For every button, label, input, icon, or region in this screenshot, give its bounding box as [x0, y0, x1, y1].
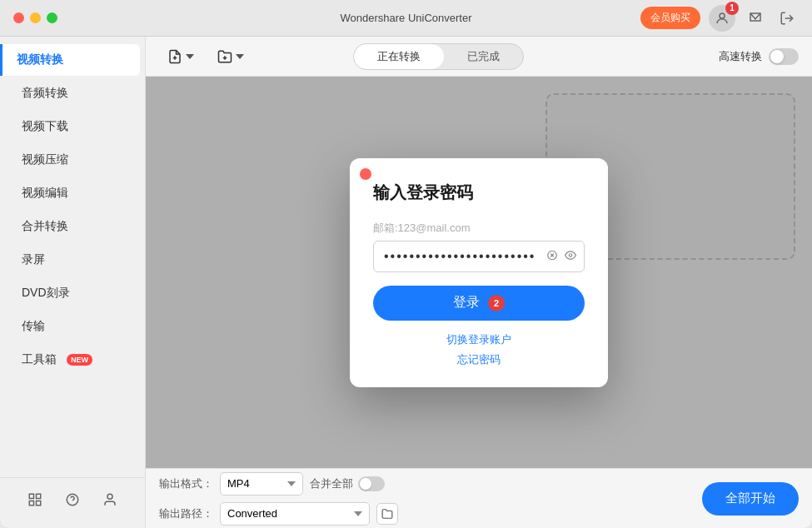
password-field-wrap	[373, 241, 585, 272]
sidebar-item-toolbox[interactable]: 工具箱 NEW	[5, 344, 140, 376]
sidebar-item-video-convert[interactable]: 视频转换	[0, 44, 140, 76]
main-content: 输入登录密码 邮箱:123@mail.com	[146, 77, 812, 468]
maximize-traffic-light[interactable]	[47, 12, 57, 23]
sidebar-label-screen-record: 录屏	[22, 252, 45, 267]
svg-point-16	[569, 253, 572, 257]
email-label: 邮箱:123@mail.com	[373, 221, 585, 236]
sidebar-label-merge-convert: 合并转换	[22, 219, 68, 234]
vip-button[interactable]: 会员购买	[640, 7, 700, 29]
avatar-badge: 1	[725, 2, 739, 15]
sidebar-bottom	[0, 477, 145, 521]
tab-completed[interactable]: 已完成	[444, 44, 523, 69]
toolbar: 正在转换 已完成 高速转换	[146, 37, 812, 77]
forgot-password-link[interactable]: 忘记密码	[373, 352, 585, 367]
window-title: Wondershare UniConverter	[341, 12, 472, 24]
sidebar-item-video-edit[interactable]: 视频编辑	[5, 177, 140, 209]
new-badge-toolbox: NEW	[67, 354, 92, 366]
merge-label: 合并全部	[310, 476, 353, 491]
path-row: 输出路径： Converted	[159, 502, 689, 526]
sidebar-item-audio-convert[interactable]: 音频转换	[5, 77, 140, 109]
speed-toggle[interactable]	[769, 48, 799, 65]
sidebar-item-transfer[interactable]: 传输	[5, 311, 140, 342]
login-modal: 输入登录密码 邮箱:123@mail.com	[350, 158, 608, 387]
svg-point-8	[107, 494, 112, 499]
svg-rect-5	[37, 501, 41, 506]
modal-overlay: 输入登录密码 邮箱:123@mail.com	[146, 77, 812, 468]
avatar-button[interactable]: 1	[709, 5, 735, 32]
sidebar-label-video-download: 视频下载	[22, 119, 68, 134]
bottom-bar: 输出格式： MP4 MOV AVI MKV 合并全部	[146, 468, 812, 528]
password-icons	[545, 247, 578, 265]
toggle-knob	[770, 50, 784, 63]
content-area: 正在转换 已完成 高速转换 输入登录密码	[146, 37, 812, 528]
title-bar-right: 会员购买 1	[640, 5, 799, 32]
sidebar-label-video-compress: 视频压缩	[22, 152, 68, 167]
svg-rect-4	[30, 501, 34, 506]
speed-label: 高速转换	[719, 49, 762, 64]
merge-toggle-knob	[360, 478, 371, 490]
logout-icon-btn[interactable]	[775, 7, 799, 30]
sidebar-item-merge-convert[interactable]: 合并转换	[5, 211, 140, 242]
svg-rect-3	[37, 494, 41, 498]
add-file-button[interactable]	[159, 44, 202, 69]
sidebar-label-dvd-burn: DVD刻录	[22, 286, 70, 301]
user-icon-btn[interactable]	[98, 488, 122, 511]
svg-rect-2	[30, 494, 34, 498]
help-icon-btn[interactable]	[61, 488, 84, 511]
svg-point-0	[720, 13, 725, 18]
sidebar-item-dvd-burn[interactable]: DVD刻录	[5, 277, 140, 309]
sidebar-label-video-convert: 视频转换	[17, 52, 63, 67]
merge-toggle[interactable]	[358, 476, 385, 491]
login-badge: 2	[488, 295, 505, 311]
close-traffic-light[interactable]	[13, 12, 24, 23]
path-label: 输出路径：	[159, 506, 213, 521]
traffic-lights	[13, 12, 57, 23]
login-button[interactable]: 登录 2	[373, 286, 585, 321]
start-all-button[interactable]: 全部开始	[702, 482, 799, 516]
title-bar: Wondershare UniConverter 会员购买 1	[0, 0, 812, 37]
sidebar-label-transfer: 传输	[22, 319, 45, 334]
speed-toggle-area: 高速转换	[719, 48, 799, 65]
format-select[interactable]: MP4 MOV AVI MKV	[220, 472, 303, 496]
minimize-traffic-light[interactable]	[30, 12, 41, 23]
app-window: Wondershare UniConverter 会员购买 1	[0, 0, 812, 528]
modal-close-button[interactable]	[360, 168, 371, 180]
format-label: 输出格式：	[159, 476, 213, 491]
folder-browse-button[interactable]	[376, 503, 398, 525]
password-toggle-button[interactable]	[563, 247, 578, 265]
add-folder-chevron-icon	[236, 52, 244, 61]
password-clear-button[interactable]	[545, 247, 560, 265]
sidebar-item-video-download[interactable]: 视频下载	[5, 111, 140, 142]
path-select[interactable]: Converted	[220, 502, 370, 526]
tab-converting[interactable]: 正在转换	[354, 44, 444, 69]
sidebar-item-screen-record[interactable]: 录屏	[5, 244, 140, 276]
add-folder-button[interactable]	[209, 44, 252, 69]
sidebar-label-video-edit: 视频编辑	[22, 186, 68, 201]
add-file-chevron-icon	[186, 52, 194, 61]
modal-links: 切换登录账户 忘记密码	[373, 332, 585, 367]
message-icon-btn[interactable]	[744, 7, 767, 30]
format-row: 输出格式： MP4 MOV AVI MKV 合并全部	[159, 472, 689, 496]
bottom-fields: 输出格式： MP4 MOV AVI MKV 合并全部	[159, 472, 689, 526]
tab-group: 正在转换 已完成	[353, 43, 524, 70]
sidebar-label-toolbox: 工具箱	[22, 352, 57, 367]
layout-icon-btn[interactable]	[23, 488, 47, 511]
sidebar: 视频转换 音频转换 视频下载 视频压缩 视频编辑 合并转换 录屏 DVD刻录	[0, 37, 146, 528]
login-button-label: 登录	[453, 294, 480, 311]
sidebar-label-audio-convert: 音频转换	[22, 86, 68, 101]
sidebar-item-video-compress[interactable]: 视频压缩	[5, 144, 140, 176]
merge-toggle-wrap: 合并全部	[310, 476, 385, 491]
main-layout: 视频转换 音频转换 视频下载 视频压缩 视频编辑 合并转换 录屏 DVD刻录	[0, 37, 812, 528]
modal-title: 输入登录密码	[373, 182, 585, 204]
switch-account-link[interactable]: 切换登录账户	[373, 332, 585, 347]
